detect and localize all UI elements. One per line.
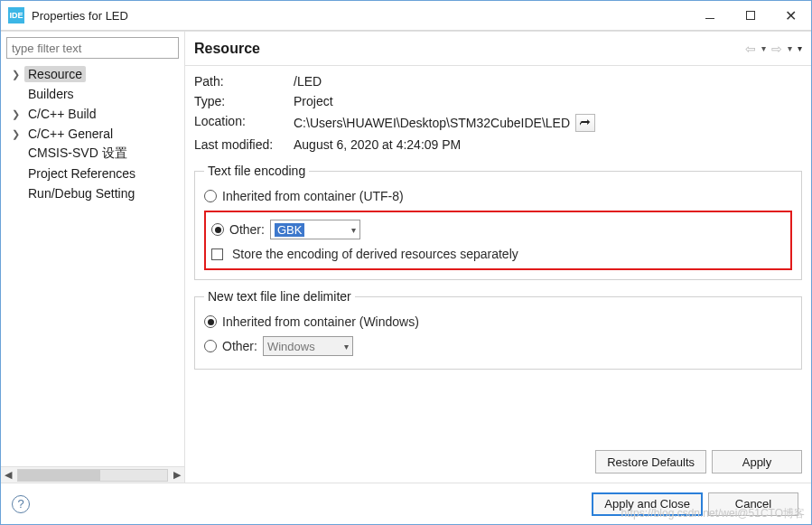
path-label: Path: xyxy=(194,74,294,89)
app-icon: IDE xyxy=(8,7,24,23)
back-menu-icon[interactable]: ▾ xyxy=(761,43,766,53)
encoding-group: Text file encoding Inherited from contai… xyxy=(194,164,802,280)
close-button[interactable]: ✕ xyxy=(770,1,811,30)
tree-item-builders[interactable]: Builders xyxy=(1,84,184,104)
store-derived-checkbox[interactable] xyxy=(211,248,223,260)
expand-icon[interactable]: ❯ xyxy=(10,69,21,80)
dialog-footer: ? Apply and Close Cancel xyxy=(1,483,811,524)
expand-icon[interactable]: ❯ xyxy=(10,108,21,120)
location-text: C:\Users\HUAWEI\Desktop\STM32CubeIDE\LED xyxy=(294,116,570,130)
location-label: Location: xyxy=(194,114,294,132)
tree-item-cmsis-svd[interactable]: CMSIS-SVD 设置 xyxy=(1,144,184,164)
delimiter-inherited-label: Inherited from container (Windows) xyxy=(222,314,419,329)
path-value: /LED xyxy=(294,74,322,89)
expand-icon[interactable]: ❯ xyxy=(10,128,21,140)
minimize-button[interactable] xyxy=(689,1,730,30)
back-icon[interactable]: ⇦ xyxy=(745,42,756,56)
chevron-down-icon: ▾ xyxy=(344,342,349,352)
tree-item-label: C/C++ Build xyxy=(24,106,99,122)
minimize-icon xyxy=(705,18,714,19)
store-derived-row[interactable]: Store the encoding of derived resources … xyxy=(211,243,785,265)
title-bar: IDE Properties for LED ✕ xyxy=(1,1,811,31)
apply-and-close-button[interactable]: Apply and Close xyxy=(592,492,703,516)
footer-button-row: Apply and Close Cancel xyxy=(592,492,798,516)
scroll-left-icon[interactable]: ◀ xyxy=(1,469,15,481)
delimiter-legend: New text file line delimiter xyxy=(204,289,355,304)
forward-icon[interactable]: ⇨ xyxy=(771,42,782,56)
sidebar: ❯ Resource Builders ❯ C/C++ Build ❯ C/C+… xyxy=(1,32,185,483)
window-title: Properties for LED xyxy=(32,9,128,23)
delimiter-other-row[interactable]: Other: Windows ▾ xyxy=(204,333,792,360)
delimiter-group: New text file line delimiter Inherited f… xyxy=(194,289,802,370)
body: ❯ Resource Builders ❯ C/C++ Build ❯ C/C+… xyxy=(1,31,811,483)
maximize-button[interactable] xyxy=(730,1,770,30)
filter-input[interactable] xyxy=(6,37,179,59)
tree-item-label: Builders xyxy=(24,86,78,102)
scroll-right-icon[interactable]: ▶ xyxy=(170,469,184,481)
modified-value: August 6, 2020 at 4:24:09 PM xyxy=(294,137,461,152)
page-header: Resource ⇦ ▾ ⇨ ▾ ▾ xyxy=(185,32,811,66)
modified-label: Last modified: xyxy=(194,137,294,152)
delimiter-other-label: Other: xyxy=(222,339,257,353)
tree-item-resource[interactable]: ❯ Resource xyxy=(1,64,184,84)
tree-item-label: C/C++ General xyxy=(24,126,117,142)
tree-item-label: Resource xyxy=(24,66,86,82)
tree-item-cpp-build[interactable]: ❯ C/C++ Build xyxy=(1,104,184,124)
delimiter-combo: Windows ▾ xyxy=(263,336,353,356)
location-value: C:\Users\HUAWEI\Desktop\STM32CubeIDE\LED… xyxy=(294,114,595,132)
help-icon: ? xyxy=(17,497,23,511)
row-path: Path: /LED xyxy=(194,71,802,91)
encoding-combo[interactable]: GBK ▾ xyxy=(270,220,360,239)
scroll-thumb[interactable] xyxy=(18,470,100,481)
sidebar-hscrollbar[interactable]: ◀ ▶ xyxy=(1,466,184,483)
radio-delimiter-inherited[interactable] xyxy=(204,315,217,328)
maximize-icon xyxy=(746,11,755,20)
page-menu-icon[interactable]: ▾ xyxy=(798,43,802,53)
main-panel: Resource ⇦ ▾ ⇨ ▾ ▾ Path: /LED Type: Proj… xyxy=(185,32,811,483)
type-label: Type: xyxy=(194,94,294,108)
chevron-down-icon: ▾ xyxy=(351,225,356,235)
tree-item-label: CMSIS-SVD 设置 xyxy=(24,145,131,163)
highlight-box: Other: GBK ▾ Store the encoding of deriv… xyxy=(204,211,792,270)
encoding-inherited-label: Inherited from container (UTF-8) xyxy=(222,189,404,203)
delimiter-combo-value: Windows xyxy=(267,340,315,353)
encoding-inherited-row[interactable]: Inherited from container (UTF-8) xyxy=(204,185,792,207)
encoding-other-label: Other: xyxy=(229,222,265,237)
encoding-combo-value: GBK xyxy=(275,223,304,237)
tree-item-project-refs[interactable]: Project References xyxy=(1,164,184,183)
radio-delimiter-other[interactable] xyxy=(204,340,217,352)
radio-encoding-inherited[interactable] xyxy=(204,190,217,202)
content-area: Path: /LED Type: Project Location: C:\Us… xyxy=(185,66,811,443)
tree-item-run-debug[interactable]: Run/Debug Setting xyxy=(1,183,184,203)
folder-arrow-icon: ⮫ xyxy=(580,117,591,129)
apply-button[interactable]: Apply xyxy=(712,450,802,473)
forward-menu-icon[interactable]: ▾ xyxy=(788,43,792,53)
restore-defaults-button[interactable]: Restore Defaults xyxy=(595,450,706,473)
row-location: Location: C:\Users\HUAWEI\Desktop\STM32C… xyxy=(194,111,802,135)
store-derived-label: Store the encoding of derived resources … xyxy=(232,247,518,261)
page-button-row: Restore Defaults Apply xyxy=(185,443,811,483)
row-modified: Last modified: August 6, 2020 at 4:24:09… xyxy=(194,135,802,155)
radio-encoding-other[interactable] xyxy=(211,223,224,236)
encoding-other-row[interactable]: Other: GBK ▾ xyxy=(211,216,785,243)
window-buttons: ✕ xyxy=(689,1,811,30)
type-value: Project xyxy=(294,94,333,108)
show-in-explorer-button[interactable]: ⮫ xyxy=(575,114,595,132)
delimiter-inherited-row[interactable]: Inherited from container (Windows) xyxy=(204,311,792,333)
tree-item-label: Project References xyxy=(24,165,139,182)
encoding-legend: Text file encoding xyxy=(204,164,309,178)
tree-item-label: Run/Debug Setting xyxy=(24,185,138,202)
close-icon: ✕ xyxy=(785,7,797,24)
page-title: Resource xyxy=(194,41,260,57)
category-tree: ❯ Resource Builders ❯ C/C++ Build ❯ C/C+… xyxy=(1,62,184,466)
cancel-button[interactable]: Cancel xyxy=(708,492,798,516)
tree-item-cpp-general[interactable]: ❯ C/C++ General xyxy=(1,124,184,144)
row-type: Type: Project xyxy=(194,91,802,111)
help-button[interactable]: ? xyxy=(12,495,30,513)
scroll-track[interactable] xyxy=(17,469,168,482)
header-nav: ⇦ ▾ ⇨ ▾ ▾ xyxy=(745,42,802,56)
